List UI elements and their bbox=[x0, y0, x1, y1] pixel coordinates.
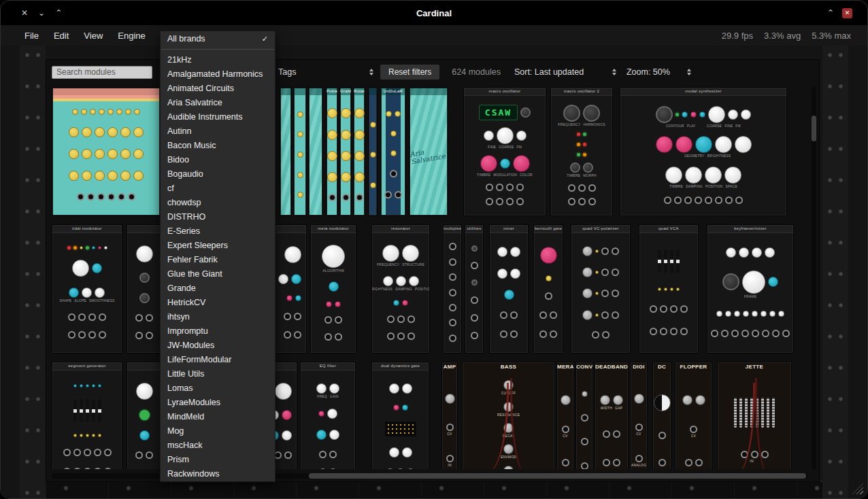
module-digi[interactable]: DIGICVANALOG bbox=[630, 362, 648, 469]
brand-menu-item-mschack[interactable]: mscHack bbox=[161, 438, 275, 452]
module-title: BASS bbox=[463, 362, 554, 372]
module-grabby[interactable]: Grabby bbox=[339, 87, 352, 216]
knob-icon bbox=[699, 111, 705, 118]
search-input[interactable] bbox=[52, 66, 152, 79]
brand-menu-item-lifeformmodular[interactable]: LifeFormModular bbox=[161, 352, 275, 366]
brand-menu-item-grande[interactable]: Grande bbox=[161, 281, 275, 295]
module-utilities[interactable]: utilities bbox=[465, 224, 484, 354]
reset-filters-button[interactable]: Reset filters bbox=[380, 65, 439, 80]
sort-select[interactable]: Sort: Last updated bbox=[514, 67, 616, 77]
module-panel bbox=[52, 371, 122, 469]
module-deadband[interactable]: DEADBANDWIDTHGAP bbox=[595, 362, 629, 469]
module-flopper[interactable]: FLOPPERCV bbox=[675, 362, 712, 469]
brand-menu-item-bogaudio[interactable]: Bogaudio bbox=[161, 167, 275, 181]
menu-file[interactable]: File bbox=[18, 28, 45, 44]
port-icon bbox=[650, 328, 657, 335]
knob-icon bbox=[497, 247, 507, 257]
minimize-window-icon[interactable]: ⌄ bbox=[38, 8, 45, 18]
brand-menu-item-ihtsyn[interactable]: ihtsyn bbox=[161, 309, 275, 324]
slider-icon bbox=[664, 250, 667, 273]
module-macro-oscillator-2[interactable]: macro oscillator 2FREQUENCYHARMONICSTIMB… bbox=[550, 87, 613, 216]
brand-menu-item-audible-instruments[interactable]: Audible Instruments bbox=[161, 109, 275, 124]
knob-icon bbox=[665, 167, 682, 184]
module-segment-generator[interactable]: segment generator bbox=[52, 362, 122, 469]
brand-menu-item-all-brands[interactable]: All brands✓ bbox=[161, 31, 275, 46]
module-meta-modulator[interactable]: meta modulatorALGORITHM bbox=[310, 224, 356, 354]
horizontal-scrollbar-thumb[interactable] bbox=[309, 473, 806, 479]
brand-menu-item-cf[interactable]: cf bbox=[161, 181, 275, 195]
module-conv[interactable]: CONV bbox=[575, 362, 593, 469]
brand-menu-item-bacon-music[interactable]: Bacon Music bbox=[161, 138, 275, 152]
module-mixer[interactable]: mixer bbox=[489, 224, 529, 354]
brand-menu-item-rackwindows[interactable]: Rackwindows bbox=[161, 466, 275, 481]
module-eq-filter[interactable]: EQ filterFREQGAIN bbox=[300, 362, 356, 469]
brand-menu-item-jw-modules[interactable]: JW-Modules bbox=[161, 338, 275, 352]
brand-menu-item-fehler-fabrik[interactable]: Fehler Fabrik bbox=[161, 252, 275, 266]
brand-menu-item-autinn[interactable]: Autinn bbox=[161, 124, 275, 138]
module-amp[interactable]: AMPCVIN bbox=[441, 362, 458, 469]
brand-menu-item-aria-salvatrice[interactable]: Aria Salvatrice bbox=[161, 95, 275, 109]
zoom-select[interactable]: Zoom: 50% bbox=[627, 67, 691, 77]
module-dc[interactable]: DC bbox=[652, 362, 671, 469]
panel-toggle-icon[interactable]: ⌃ bbox=[827, 8, 834, 18]
module-tidal-modulator[interactable]: tidal modulatorSHAPESLOPESMOOTHNESS bbox=[52, 224, 122, 354]
brand-menu-item-mindmeld[interactable]: MindMeld bbox=[161, 409, 275, 424]
knob-icon bbox=[768, 277, 778, 287]
module-panel[interactable] bbox=[368, 87, 378, 216]
tags-select[interactable]: Tags bbox=[278, 67, 373, 77]
menu-edit[interactable]: Edit bbox=[48, 28, 75, 44]
brand-menu-item-e-series[interactable]: E-Series bbox=[161, 224, 275, 238]
brand-menu-item-lyraemodules[interactable]: LyraeModules bbox=[161, 395, 275, 409]
close-window-icon[interactable]: ✕ bbox=[21, 8, 28, 18]
module-quad-vca[interactable]: quad VCA bbox=[639, 224, 699, 354]
module-title: macro oscillator bbox=[464, 88, 546, 96]
led-icon bbox=[577, 143, 580, 146]
brand-menu-item-glue-the-giant[interactable]: Glue the Giant bbox=[161, 266, 275, 281]
brand-menu-item-21khz[interactable]: 21kHz bbox=[161, 52, 275, 67]
brand-menu-item-mog[interactable]: Mog bbox=[161, 424, 275, 438]
module-panel[interactable] bbox=[127, 224, 162, 354]
module-panel[interactable] bbox=[308, 87, 323, 216]
brand-menu-item-amalgamated-harmonics[interactable]: Amalgamated Harmonics bbox=[161, 67, 275, 81]
module-modal-synthesizer[interactable]: modal synthesizerCONTOURPLAYCOARSEFINEFM… bbox=[620, 87, 787, 216]
maximize-window-icon[interactable]: ⌃ bbox=[55, 8, 62, 18]
module-jette[interactable]: JETTEIN bbox=[717, 362, 792, 469]
vertical-scrollbar[interactable] bbox=[812, 87, 816, 469]
module-bernoulli-gate[interactable]: bernoulli gate bbox=[533, 224, 563, 354]
knob-icon bbox=[370, 122, 376, 128]
module-dual-dynamics-gate[interactable]: dual dynamics gate bbox=[371, 362, 429, 469]
module-panel[interactable]: Aria Salvatrice bbox=[409, 87, 448, 216]
brand-menu-item-bidoo[interactable]: Bidoo bbox=[161, 152, 275, 167]
port-icon bbox=[84, 449, 91, 456]
module-panel[interactable] bbox=[127, 362, 162, 469]
module-panel[interactable] bbox=[280, 87, 292, 216]
module-panel[interactable] bbox=[293, 87, 307, 216]
menu-engine[interactable]: Engine bbox=[112, 28, 151, 44]
brand-menu-item-distrho[interactable]: DISTRHO bbox=[161, 209, 275, 224]
brand-menu-item-impromptu[interactable]: Impromptu bbox=[161, 324, 275, 338]
brand-menu-item-little-utils[interactable]: Little Utils bbox=[161, 366, 275, 381]
module-macro-oscillator[interactable]: macro oscillatorCSAWFINECOARSEFMTIMBREMO… bbox=[463, 87, 546, 216]
module-mera[interactable]: MERACV bbox=[556, 362, 574, 469]
menu-view[interactable]: View bbox=[78, 28, 109, 44]
brand-menu-item-animated-circuits[interactable]: Animated Circuits bbox=[161, 81, 275, 95]
port-icon bbox=[496, 198, 503, 205]
module-pokies[interactable]: Pokies bbox=[326, 87, 338, 216]
brand-menu-item-hetrickcv[interactable]: HetrickCV bbox=[161, 295, 275, 309]
port-icon bbox=[294, 313, 301, 320]
brand-menu-item-prism[interactable]: Prism bbox=[161, 452, 275, 466]
module-multiples[interactable]: multiples bbox=[443, 224, 462, 354]
app-logo-icon[interactable]: ✕ bbox=[842, 8, 852, 18]
module-resonator[interactable]: resonatorFREQUENCYSTRUCTUREBRIGHTNESSDAM… bbox=[371, 224, 430, 354]
module-bass[interactable]: BASSCUTOFFRESONANCEDECAYENVMODACCENT bbox=[462, 362, 555, 469]
module-quad-vc-polarizer[interactable]: quad VC-polarizer bbox=[571, 224, 631, 354]
knob-icon bbox=[120, 127, 131, 137]
module-rotatoes[interactable]: Rotatoes bbox=[353, 87, 365, 216]
module-keyframer-mixer[interactable]: keyframer/mixerFRAME bbox=[707, 224, 794, 354]
brand-menu-item-chowdsp[interactable]: chowdsp bbox=[161, 195, 275, 209]
module-panel[interactable] bbox=[52, 87, 161, 216]
vertical-scrollbar-thumb[interactable] bbox=[812, 116, 816, 141]
module-undular[interactable]: UnDuLaR bbox=[380, 87, 406, 216]
brand-menu-item-expert-sleepers[interactable]: Expert Sleepers bbox=[161, 238, 275, 252]
brand-menu-item-lomas[interactable]: Lomas bbox=[161, 381, 275, 395]
